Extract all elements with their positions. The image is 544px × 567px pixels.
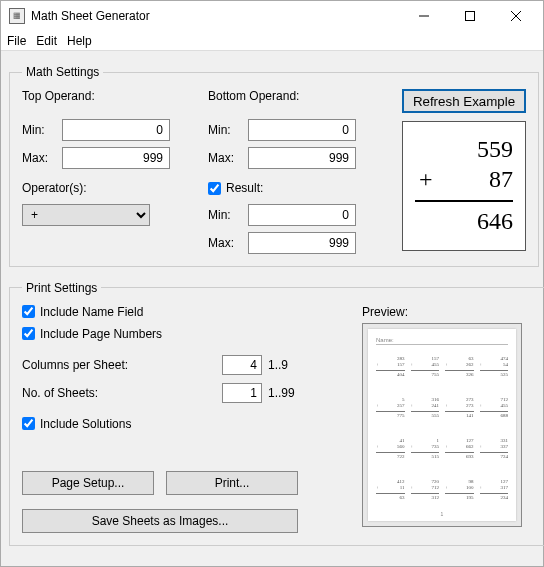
- window-title: Math Sheet Generator: [31, 9, 401, 23]
- operator-heading: Operator(s):: [22, 181, 208, 196]
- preview-problem: 712455688: [480, 390, 509, 427]
- bottom-max-label: Max:: [208, 151, 248, 165]
- example-bottom: 87: [453, 166, 513, 193]
- result-max-label: Max:: [208, 236, 248, 250]
- menubar: File Edit Help: [1, 31, 543, 51]
- minimize-button[interactable]: [401, 1, 447, 31]
- preview-problem: 127317234: [480, 472, 509, 509]
- top-operand-heading: Top Operand:: [22, 89, 208, 111]
- print-settings-group: Print Settings Include Name Field Includ…: [9, 281, 544, 546]
- print-settings-legend: Print Settings: [22, 281, 101, 295]
- include-solutions-checkbox[interactable]: [22, 417, 35, 430]
- preview-problem: 127662693: [445, 431, 474, 468]
- top-min-label: Min:: [22, 123, 62, 137]
- menu-file[interactable]: File: [7, 34, 26, 48]
- preview-page: Name: 2831574041574557556326232647454525…: [368, 329, 516, 521]
- columns-label: Columns per Sheet:: [22, 358, 142, 372]
- preview-frame: Name: 2831574041574557556326232647454525…: [362, 323, 522, 527]
- preview-problem: 5257775: [376, 390, 405, 427]
- menu-help[interactable]: Help: [67, 34, 92, 48]
- result-max-input[interactable]: [248, 232, 356, 254]
- preview-grid: 2831574041574557556326232647454525525777…: [376, 349, 508, 509]
- preview-problem: 41560722: [376, 431, 405, 468]
- page-setup-button[interactable]: Page Setup...: [22, 471, 154, 495]
- preview-heading: Preview:: [362, 305, 532, 319]
- columns-hint: 1..9: [268, 358, 288, 372]
- titlebar: ▦ Math Sheet Generator: [1, 1, 543, 31]
- app-window: ▦ Math Sheet Generator File Edit Help Ma…: [0, 0, 544, 567]
- bottom-min-input[interactable]: [248, 119, 356, 141]
- app-icon: ▦: [9, 8, 25, 24]
- bottom-max-input[interactable]: [248, 147, 356, 169]
- example-preview: 559 +87 646: [402, 121, 526, 251]
- result-checkbox-label[interactable]: Result:: [208, 181, 263, 195]
- svg-rect-1: [466, 12, 475, 21]
- top-max-label: Max:: [22, 151, 62, 165]
- client-area: Math Settings Top Operand: Bottom Operan…: [1, 51, 543, 566]
- preview-problem: 720712312: [411, 472, 440, 509]
- save-images-button[interactable]: Save Sheets as Images...: [22, 509, 298, 533]
- include-pagenum-checkbox[interactable]: [22, 327, 35, 340]
- preview-problem: 4121163: [376, 472, 405, 509]
- include-name-checkbox-label[interactable]: Include Name Field: [22, 305, 352, 319]
- math-settings-group: Math Settings Top Operand: Bottom Operan…: [9, 65, 539, 267]
- include-pagenum-text: Include Page Numbers: [40, 327, 162, 341]
- preview-problem: 283157404: [376, 349, 405, 386]
- math-settings-legend: Math Settings: [22, 65, 103, 79]
- example-result: 646: [453, 208, 513, 235]
- result-min-input[interactable]: [248, 204, 356, 226]
- example-top: 559: [453, 136, 513, 163]
- sheets-hint: 1..99: [268, 386, 295, 400]
- preview-problem: 331337724: [480, 431, 509, 468]
- preview-problem: 316241555: [411, 390, 440, 427]
- preview-panel: Preview: Name: 2831574041574557556326232…: [362, 305, 532, 533]
- preview-problem: 47454525: [480, 349, 509, 386]
- include-pagenum-checkbox-label[interactable]: Include Page Numbers: [22, 327, 352, 341]
- preview-problem: 98100195: [445, 472, 474, 509]
- example-operator: +: [415, 166, 453, 193]
- maximize-button[interactable]: [447, 1, 493, 31]
- print-button[interactable]: Print...: [166, 471, 298, 495]
- refresh-example-button[interactable]: Refresh Example: [402, 89, 526, 113]
- sheets-input[interactable]: [222, 383, 262, 403]
- window-controls: [401, 1, 539, 31]
- result-label-text: Result:: [226, 181, 263, 195]
- include-name-checkbox[interactable]: [22, 305, 35, 318]
- operator-select[interactable]: +: [22, 204, 150, 226]
- close-button[interactable]: [493, 1, 539, 31]
- bottom-operand-heading: Bottom Operand:: [208, 89, 394, 111]
- preview-problem: 63262326: [445, 349, 474, 386]
- menu-edit[interactable]: Edit: [36, 34, 57, 48]
- preview-page-number: 1: [376, 511, 508, 517]
- result-min-label: Min:: [208, 208, 248, 222]
- bottom-min-label: Min:: [208, 123, 248, 137]
- top-min-input[interactable]: [62, 119, 170, 141]
- include-name-text: Include Name Field: [40, 305, 143, 319]
- preview-problem: 273273141: [445, 390, 474, 427]
- preview-problem: 1735515: [411, 431, 440, 468]
- top-max-input[interactable]: [62, 147, 170, 169]
- preview-problem: 157455755: [411, 349, 440, 386]
- include-solutions-text: Include Solutions: [40, 417, 131, 431]
- columns-input[interactable]: [222, 355, 262, 375]
- include-solutions-checkbox-label[interactable]: Include Solutions: [22, 417, 352, 431]
- result-checkbox[interactable]: [208, 182, 221, 195]
- preview-name-line: Name:: [376, 337, 508, 345]
- sheets-label: No. of Sheets:: [22, 386, 142, 400]
